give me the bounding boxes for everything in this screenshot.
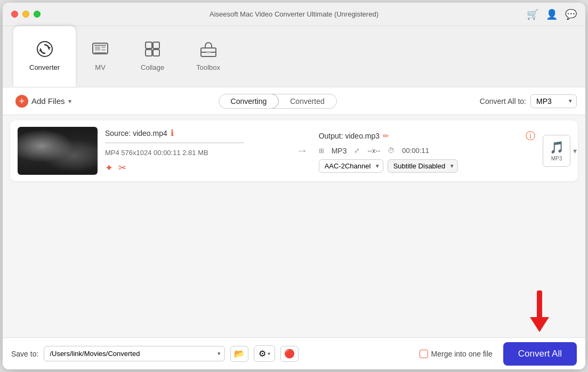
output-label-row: Output: video.mp3 ✏ [319,132,389,140]
nav-label-collage: Collage [141,63,164,71]
file-meta-text: MP4 576x1024 00:00:11 2.81 MB [105,149,286,157]
thumbnail-visual [18,127,98,175]
svg-rect-10 [153,50,159,56]
nav-item-converter[interactable]: Converter [13,26,76,87]
titlebar-icons: 🛒 👤 💬 [527,9,577,20]
cut-icon[interactable]: ✂ [118,162,126,174]
window-title: Aiseesoft Mac Video Converter Ultimate (… [210,10,378,18]
mv-icon [92,41,109,60]
nav-item-toolbox[interactable]: Toolbox [180,26,236,87]
output-format-text: MP3 [332,147,347,155]
warning-icon[interactable]: ⓘ [526,130,535,142]
svg-rect-4 [95,46,100,51]
edit-filename-icon[interactable]: ✏ [383,132,389,140]
subtitle-select[interactable]: Subtitle Disabled Subtitle Enabled [388,159,458,173]
convert-all-to-label: Convert All to: [480,97,526,106]
svg-marker-1 [47,47,51,49]
output-controls: AAC-2Channel AAC-6Channel ▾ Subtitle Dis… [319,159,535,173]
user-icon[interactable]: 👤 [546,9,558,20]
add-files-label: Add Files [31,96,65,106]
file-source-info: Source: video.mp4 ℹ MP4 576x1024 00:00:1… [105,128,286,174]
output-format-badge: MP3 [551,156,562,161]
output-icon-chevron[interactable]: ▾ [573,147,577,155]
close-button[interactable] [11,11,18,18]
enhance-icon[interactable]: ✦ [105,162,113,174]
clock-icon: ⏱ [388,147,394,155]
file-thumbnail [18,127,98,175]
format-dropdown-wrap[interactable]: MP3 MP4 AAC ▾ [530,94,577,108]
settings-button[interactable]: ⚙ ▾ [254,345,275,362]
file-actions: ✦ ✂ [105,162,286,174]
source-info-icon[interactable]: ℹ [171,128,174,138]
output-file-icon-wrap: 🎵 MP3 ▾ [543,135,570,167]
fullscreen-button[interactable] [34,11,41,18]
arrow-divider: → [296,144,308,158]
svg-marker-2 [39,49,42,51]
svg-rect-6 [101,49,106,51]
titlebar: Aiseesoft Mac Video Converter Ultimate (… [3,3,585,26]
bottombar: Save to: ▾ 📂 ⚙ ▾ 🔴 Merge into one file C… [3,337,585,369]
file-meta-line [105,142,244,143]
output-section: Output: video.mp3 ✏ ⓘ ⊞ MP3 ⤢ --x-- ⏱ 00… [319,130,535,173]
svg-rect-9 [146,50,152,56]
tab-converted[interactable]: Converted [278,94,336,108]
top-navigation: Converter MV [3,26,585,87]
format-dropdown-arrow: ▾ [569,98,572,104]
path-select-wrap: ▾ [44,346,225,361]
svg-rect-7 [146,42,152,48]
traffic-lights [11,11,41,18]
output-label: Output: video.mp3 [319,132,380,140]
svg-point-0 [37,42,52,56]
svg-rect-8 [153,42,159,48]
source-row: Source: video.mp4 ℹ [105,128,286,138]
open-folder-button[interactable]: 📂 [230,346,248,362]
subtitle-dropdown-wrap[interactable]: Subtitle Disabled Subtitle Enabled ▾ [388,159,458,173]
tab-group: Converting Converted [219,94,337,109]
add-files-button[interactable]: + Add Files ▾ [11,93,76,110]
tab-converting[interactable]: Converting [219,94,279,109]
nav-item-collage[interactable]: Collage [125,26,180,87]
acceleration-icon: 🔴 [284,349,295,359]
svg-rect-5 [101,46,106,48]
window-content: + Add Files ▾ Converting Converted Conve… [3,87,585,369]
settings-dropdown-arrow: ▾ [268,351,270,357]
output-duration: 00:00:11 [402,147,429,155]
output-resolution: --x-- [367,147,380,155]
nav-item-mv[interactable]: MV [76,26,125,87]
output-header: Output: video.mp3 ✏ ⓘ [319,130,535,142]
output-file-icon[interactable]: 🎵 MP3 [543,135,570,167]
collage-icon [144,41,161,60]
file-list: Source: video.mp4 ℹ MP4 576x1024 00:00:1… [3,115,585,337]
expand-icon: ⤢ [354,147,360,155]
nav-label-converter: Converter [29,63,60,71]
file-item: Source: video.mp4 ℹ MP4 576x1024 00:00:1… [10,120,578,181]
folder-icon: 📂 [234,349,245,359]
converter-icon [36,41,53,60]
source-label: Source: video.mp4 [105,129,167,138]
gear-icon: ⚙ [259,349,266,359]
minimize-button[interactable] [22,11,29,18]
nav-label-toolbox: Toolbox [196,63,220,71]
add-circle-icon: + [15,95,28,108]
audio-channel-select[interactable]: AAC-2Channel AAC-6Channel [319,159,383,173]
audio-channel-dropdown-wrap[interactable]: AAC-2Channel AAC-6Channel ▾ [319,159,383,173]
merge-checkbox[interactable] [420,350,428,358]
convert-all-button[interactable]: Convert All [503,342,577,366]
cart-icon[interactable]: 🛒 [527,9,538,20]
save-path-input[interactable] [44,346,225,361]
toolbar: + Add Files ▾ Converting Converted Conve… [3,87,585,115]
hardware-acceleration-button[interactable]: 🔴 [280,346,299,362]
svg-rect-12 [206,51,211,53]
nav-label-mv: MV [95,63,106,71]
add-files-dropdown-arrow[interactable]: ▾ [68,98,71,105]
merge-label: Merge into one file [431,350,493,358]
grid-icon: ⊞ [319,147,324,155]
save-to-label: Save to: [11,350,38,358]
output-details: ⊞ MP3 ⤢ --x-- ⏱ 00:00:11 [319,147,535,155]
menu-icon[interactable]: 💬 [565,9,577,20]
format-select[interactable]: MP3 MP4 AAC [536,97,563,106]
music-note-icon: 🎵 [550,141,564,155]
merge-wrap: Merge into one file [420,350,493,358]
main-window: Aiseesoft Mac Video Converter Ultimate (… [3,3,585,369]
toolbox-icon [200,41,217,60]
